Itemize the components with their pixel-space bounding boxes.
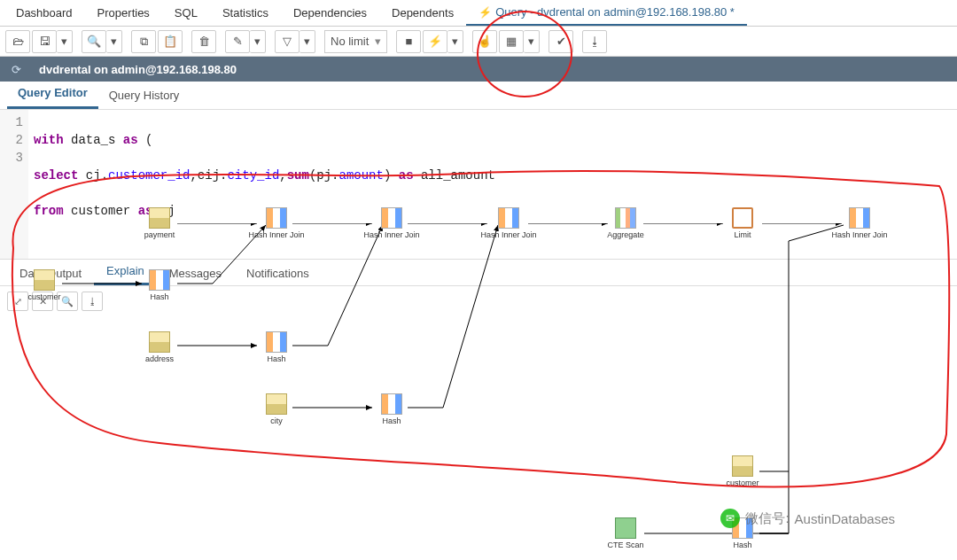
find-button[interactable]: 🔍 <box>82 30 106 53</box>
watermark-prefix: 微信号: <box>745 510 789 527</box>
node-cte-scan[interactable]: CTE Scan <box>590 517 661 549</box>
limit-select[interactable]: No limit <box>324 30 387 53</box>
toolbar: 🗁 🖫▾ 🔍▾ ⧉ 📋 🗑 ✎▾ ▽▾ No limit ■ ⚡▾ ☝ ▦▾ ✔… <box>0 27 957 57</box>
hash-icon <box>381 393 402 415</box>
node-label: Hash Inner Join <box>241 230 312 239</box>
filter-menu-button[interactable]: ▾ <box>300 30 315 53</box>
download-button[interactable]: ⭳ <box>582 30 607 53</box>
paste-button[interactable]: 📋 <box>158 30 183 53</box>
limit-icon <box>732 207 753 229</box>
execute-button[interactable]: ⚡ <box>423 30 447 53</box>
join-icon <box>381 207 402 229</box>
node-label: customer <box>9 292 80 301</box>
table-icon <box>149 331 170 353</box>
connection-text[interactable]: dvdrental on admin@192.168.198.80 <box>32 57 957 82</box>
node-label: Hash <box>124 292 195 301</box>
punct: ( <box>138 133 153 147</box>
wechat-icon: ✉ <box>720 509 740 528</box>
filter-button[interactable]: ▽ <box>275 30 300 53</box>
join-icon <box>849 207 870 229</box>
node-customer[interactable]: customer <box>9 269 80 301</box>
ident: (pj. <box>309 168 339 183</box>
save-button[interactable]: 🖫 <box>32 30 57 53</box>
node-address[interactable]: address <box>124 331 195 363</box>
kw: as <box>399 168 414 183</box>
commit-button[interactable]: ✔ <box>549 30 573 53</box>
save-menu-button[interactable]: ▾ <box>57 30 73 53</box>
node-customer-2[interactable]: customer <box>707 455 778 487</box>
field: city_id <box>227 168 279 183</box>
explain-button[interactable]: ☝ <box>472 30 497 53</box>
connection-bar: ⟳ dvdrental on admin@192.168.198.80 <box>0 57 957 82</box>
watermark-name: AustinDatabases <box>795 511 895 526</box>
tab-query-active[interactable]: ⚡ Query - dvdrental on admin@192.168.198… <box>466 0 747 26</box>
node-hash-2[interactable]: Hash <box>241 331 312 363</box>
explain-menu-button[interactable]: ▾ <box>524 30 540 53</box>
node-hash-1[interactable]: Hash <box>124 269 195 301</box>
node-label: Hash <box>356 416 427 425</box>
punct: , <box>279 168 286 183</box>
node-label: Hash <box>707 541 778 549</box>
node-hash-inner-join-1[interactable]: Hash Inner Join <box>241 207 312 239</box>
top-tab-bar: Dashboard Properties SQL Statistics Depe… <box>0 0 957 27</box>
tab-dependencies[interactable]: Dependencies <box>281 1 379 25</box>
tab-dashboard[interactable]: Dashboard <box>4 1 85 25</box>
lightning-icon: ⚡ <box>478 6 492 19</box>
execute-menu-button[interactable]: ▾ <box>447 30 463 53</box>
tab-query-editor[interactable]: Query Editor <box>7 79 98 109</box>
kw: from <box>34 204 64 218</box>
hash-icon <box>149 269 170 291</box>
node-label: Hash Inner Join <box>356 230 427 239</box>
ident: all_amount <box>414 168 495 183</box>
field: amount <box>339 168 384 183</box>
node-hash-inner-join-3[interactable]: Hash Inner Join <box>473 207 544 239</box>
hash-icon <box>266 331 287 353</box>
punct: ) <box>384 168 399 183</box>
edit-button[interactable]: ✎ <box>225 30 250 53</box>
table-icon <box>732 455 753 477</box>
node-hash-inner-join-4[interactable]: Hash Inner Join <box>824 207 895 239</box>
tab-sql[interactable]: SQL <box>162 1 210 25</box>
node-aggregate[interactable]: Aggregate <box>590 207 661 239</box>
delete-button[interactable]: 🗑 <box>191 30 216 53</box>
stop-button[interactable]: ■ <box>396 30 421 53</box>
node-hash-inner-join-2[interactable]: Hash Inner Join <box>356 207 427 239</box>
find-menu-button[interactable]: ▾ <box>106 30 122 53</box>
tab-dependents[interactable]: Dependents <box>379 1 466 25</box>
ident: data_s <box>64 133 123 147</box>
editor-tab-bar: Query Editor Query History <box>0 82 957 110</box>
node-label: address <box>124 354 195 363</box>
line-num: 2 <box>0 131 23 149</box>
node-label: Aggregate <box>590 230 661 239</box>
explain-analyze-button[interactable]: ▦ <box>499 30 524 53</box>
aggregate-icon <box>615 207 636 229</box>
node-label: Limit <box>707 230 778 239</box>
node-hash-3[interactable]: Hash <box>356 393 427 425</box>
node-limit[interactable]: Limit <box>707 207 778 239</box>
table-icon <box>266 393 287 415</box>
ident: cj. <box>78 168 108 183</box>
tab-properties[interactable]: Properties <box>85 1 162 25</box>
node-label: city <box>241 416 312 425</box>
field: customer_id <box>108 168 190 183</box>
node-label: Hash <box>241 354 312 363</box>
open-file-button[interactable]: 🗁 <box>5 30 30 53</box>
join-icon <box>498 207 519 229</box>
edit-menu-button[interactable]: ▾ <box>250 30 266 53</box>
node-payment[interactable]: payment <box>124 207 195 239</box>
node-city[interactable]: city <box>241 393 312 425</box>
table-icon <box>34 269 55 291</box>
node-label: payment <box>124 230 195 239</box>
kw: as <box>123 133 138 147</box>
cte-icon <box>615 517 636 539</box>
join-icon <box>266 207 287 229</box>
tab-statistics[interactable]: Statistics <box>210 1 281 25</box>
ident: ,cij. <box>190 168 227 183</box>
tab-query-history[interactable]: Query History <box>98 82 190 109</box>
line-num: 1 <box>0 113 23 131</box>
node-label: Hash Inner Join <box>824 230 895 239</box>
node-label: customer <box>707 478 778 487</box>
copy-button[interactable]: ⧉ <box>131 30 156 53</box>
tab-query-label: Query - dvdrental on admin@192.168.198.8… <box>495 5 735 19</box>
watermark: ✉ 微信号: AustinDatabases <box>720 509 895 528</box>
